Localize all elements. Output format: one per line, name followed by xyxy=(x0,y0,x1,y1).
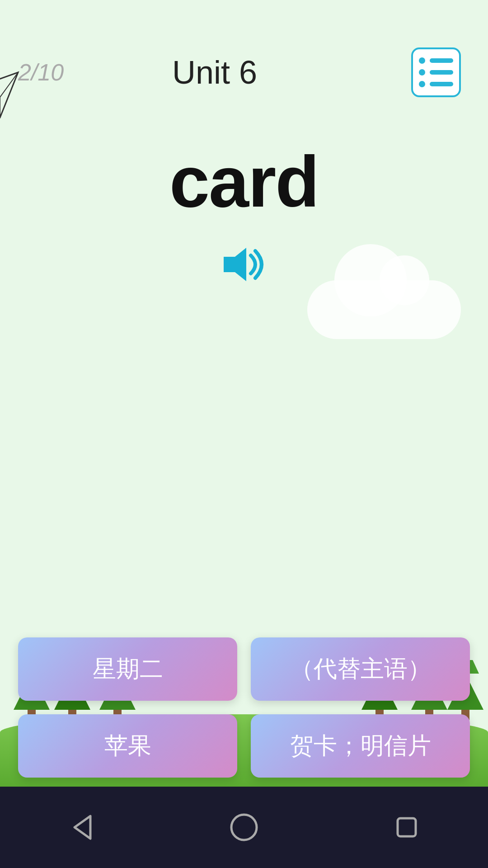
answer-button-3[interactable]: 苹果 xyxy=(18,714,237,778)
nav-home-button[interactable] xyxy=(228,811,260,843)
menu-lines-icon xyxy=(419,57,453,87)
svg-marker-5 xyxy=(75,816,90,839)
answer-buttons-area: 星期二 （代替主语） 苹果 贺卡；明信片 xyxy=(0,637,488,778)
cloud-decoration xyxy=(307,262,461,339)
unit-title: Unit 6 xyxy=(172,54,257,91)
header: 2/10 Unit 6 xyxy=(0,0,488,118)
svg-rect-7 xyxy=(398,818,416,836)
nav-back-button[interactable] xyxy=(66,811,97,843)
menu-button[interactable] xyxy=(411,47,461,97)
svg-marker-0 xyxy=(0,72,18,118)
main-word: card xyxy=(0,140,488,223)
progress-text: 2/10 xyxy=(18,59,64,86)
nav-bar xyxy=(0,787,488,868)
answer-button-1[interactable]: 星期二 xyxy=(18,637,237,701)
svg-marker-4 xyxy=(224,248,246,281)
svg-point-6 xyxy=(231,815,257,840)
answer-button-4[interactable]: 贺卡；明信片 xyxy=(251,714,470,778)
sound-button[interactable] xyxy=(219,244,269,287)
answer-button-2[interactable]: （代替主语） xyxy=(251,637,470,701)
nav-recent-button[interactable] xyxy=(391,811,422,843)
